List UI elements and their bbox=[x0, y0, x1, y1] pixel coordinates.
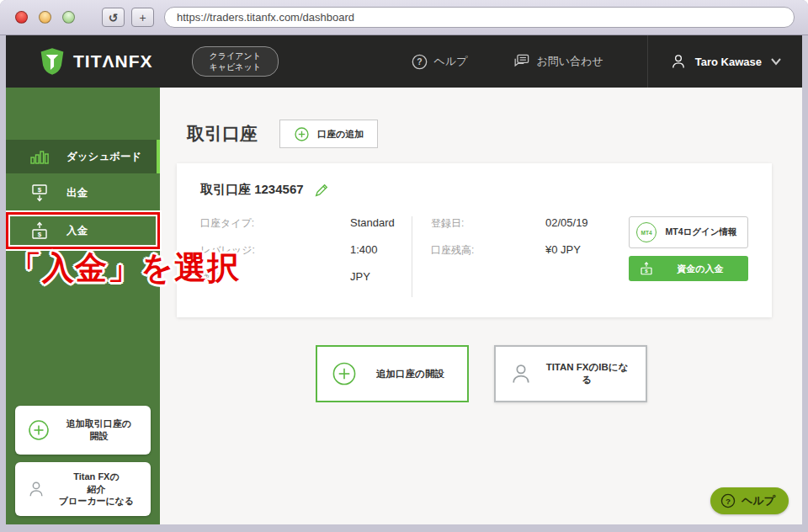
edit-pencil-icon[interactable] bbox=[314, 183, 329, 198]
user-icon bbox=[670, 53, 687, 70]
deposit-funds-button[interactable]: $ 資金の入金 bbox=[629, 256, 748, 281]
minimize-window-button[interactable] bbox=[39, 11, 51, 24]
chat-bubbles-icon bbox=[512, 53, 530, 70]
close-window-button[interactable] bbox=[15, 11, 28, 24]
question-circle-icon: ? bbox=[720, 493, 736, 508]
sidebar-item-dashboard[interactable]: ダッシュボード bbox=[6, 140, 160, 173]
card-title-row: 取引口座 1234567 bbox=[200, 182, 748, 198]
field-account-balance: 口座残高: ¥0 JPY bbox=[431, 243, 629, 258]
person-icon bbox=[509, 361, 533, 386]
plus-circle-icon bbox=[27, 418, 50, 442]
field-label: 口座タイプ: bbox=[200, 216, 350, 231]
field-leverage: レバレッジ: 1:400 bbox=[200, 243, 403, 258]
field-value: 02/05/19 bbox=[545, 216, 588, 231]
app-header: TITΛNFX クライアント キャビネット ? ヘルプ お問い合わせ bbox=[6, 35, 802, 88]
question-circle-icon: ? bbox=[412, 54, 428, 70]
svg-text:?: ? bbox=[417, 57, 422, 66]
deposit-icon: $ bbox=[29, 221, 50, 241]
person-icon bbox=[27, 479, 45, 499]
browser-window: ↺ + TITΛNFX クライアント キャビネット ? ヘルプ bbox=[0, 0, 808, 532]
mt4-login-info-label: MT4ログイン情報 bbox=[662, 226, 741, 238]
titanfx-logo[interactable]: TITΛNFX bbox=[40, 47, 153, 76]
header-contact-link[interactable]: お問い合わせ bbox=[512, 53, 603, 70]
field-value: JPY bbox=[350, 270, 370, 285]
title-row: 取引口座 口座の追加 bbox=[187, 120, 802, 148]
logo-wordmark: TITΛNFX bbox=[73, 51, 153, 72]
sidebar-nav: ダッシュボード $ 出金 bbox=[6, 88, 160, 252]
floating-help-button[interactable]: ? ヘルプ bbox=[710, 487, 789, 514]
window-controls bbox=[15, 11, 75, 24]
sidebar-item-withdrawal[interactable]: $ 出金 bbox=[6, 176, 160, 210]
account-fields-right: 登録日: 02/05/19 口座残高: ¥0 JPY bbox=[412, 216, 629, 297]
account-card-title: 取引口座 1234567 bbox=[200, 182, 304, 198]
header-help-link[interactable]: ? ヘルプ bbox=[412, 54, 468, 70]
become-ib-label: Titan FXの 紹介 ブローカーになる bbox=[50, 471, 142, 508]
field-value: ¥0 JPY bbox=[545, 243, 581, 258]
url-input[interactable] bbox=[164, 7, 795, 28]
field-value: 1:400 bbox=[350, 243, 378, 258]
open-additional-account-button[interactable]: 追加口座の開設 bbox=[316, 345, 469, 402]
page: TITΛNFX クライアント キャビネット ? ヘルプ お問い合わせ bbox=[6, 35, 802, 524]
shield-logo-icon bbox=[40, 47, 65, 76]
sidebar-item-deposit[interactable]: $ 入金 bbox=[6, 212, 160, 249]
user-menu[interactable]: Taro Kawase bbox=[647, 35, 802, 88]
become-ib-label: TITAN FXのIBになる bbox=[543, 361, 632, 386]
sidebar-item-label: ダッシュボード bbox=[66, 150, 141, 164]
client-cabinet-button[interactable]: クライアント キャビネット bbox=[192, 46, 279, 77]
account-fields-left: 口座タイプ: Standard レバレッジ: 1:400 通貨: JPY bbox=[200, 216, 412, 297]
trading-account-card: 取引口座 1234567 口座タイプ: Standard bbox=[177, 163, 772, 317]
field-value: Standard bbox=[350, 216, 395, 231]
reload-button[interactable]: ↺ bbox=[102, 8, 125, 27]
open-additional-account-label: 追加取引口座の 開設 bbox=[56, 418, 142, 443]
header-help-label: ヘルプ bbox=[434, 54, 468, 69]
field-account-type: 口座タイプ: Standard bbox=[200, 216, 403, 231]
sidebar-bottom: 追加取引口座の 開設 Titan FXの 紹介 ブローカーになる bbox=[6, 406, 160, 524]
deposit-icon: $ bbox=[639, 261, 654, 276]
body-row: ダッシュボード $ 出金 bbox=[6, 88, 802, 524]
field-label: 登録日: bbox=[431, 216, 545, 231]
field-label: 通貨: bbox=[200, 270, 350, 285]
user-name: Taro Kawase bbox=[695, 56, 762, 68]
sidebar-item-label: 出金 bbox=[66, 186, 88, 200]
svg-text:$: $ bbox=[38, 231, 42, 238]
plus-circle-icon bbox=[331, 360, 358, 387]
svg-text:?: ? bbox=[726, 497, 731, 506]
open-additional-account-label: 追加口座の開設 bbox=[368, 368, 454, 380]
browser-chrome: ↺ + bbox=[0, 0, 808, 35]
add-account-button[interactable]: 口座の追加 bbox=[279, 120, 378, 148]
field-currency: 通貨: JPY bbox=[200, 270, 403, 285]
main-content: 取引口座 口座の追加 取引口座 1234567 bbox=[160, 88, 802, 524]
deposit-funds-label: 資金の入金 bbox=[662, 263, 738, 275]
become-titanfx-introducing-broker-button[interactable]: Titan FXの 紹介 ブローカーになる bbox=[15, 462, 151, 516]
svg-text:$: $ bbox=[645, 269, 648, 274]
field-registration-date: 登録日: 02/05/19 bbox=[431, 216, 629, 231]
sidebar: ダッシュボード $ 出金 bbox=[6, 88, 160, 524]
card-actions: MT4 MT4ログイン情報 $ 資金の入金 bbox=[629, 216, 748, 297]
card-body: 口座タイプ: Standard レバレッジ: 1:400 通貨: JPY bbox=[200, 216, 748, 297]
logo-titan: TITΛN bbox=[73, 51, 129, 71]
chevron-down-icon bbox=[770, 57, 782, 66]
mt4-badge-icon: MT4 bbox=[636, 222, 656, 242]
sidebar-item-label: 入金 bbox=[66, 224, 88, 238]
bar-chart-icon bbox=[29, 148, 50, 165]
plus-circle-icon bbox=[294, 126, 310, 142]
withdraw-icon: $ bbox=[29, 183, 50, 203]
mt4-login-info-button[interactable]: MT4 MT4ログイン情報 bbox=[629, 216, 748, 248]
open-additional-trading-account-button[interactable]: 追加取引口座の 開設 bbox=[15, 406, 151, 455]
page-title: 取引口座 bbox=[187, 122, 258, 146]
field-label: 口座残高: bbox=[431, 243, 545, 258]
header-contact-label: お問い合わせ bbox=[537, 54, 603, 69]
zoom-window-button[interactable] bbox=[62, 11, 75, 24]
new-tab-button[interactable]: + bbox=[131, 8, 154, 27]
floating-help-label: ヘルプ bbox=[742, 493, 775, 508]
add-account-label: 口座の追加 bbox=[317, 128, 364, 141]
logo-fx: FX bbox=[129, 51, 153, 71]
big-button-row: 追加口座の開設 TITAN FXのIBになる bbox=[160, 345, 802, 402]
become-titanfx-ib-button[interactable]: TITAN FXのIBになる bbox=[494, 345, 647, 402]
svg-text:$: $ bbox=[38, 186, 42, 194]
field-label: レバレッジ: bbox=[200, 243, 350, 258]
